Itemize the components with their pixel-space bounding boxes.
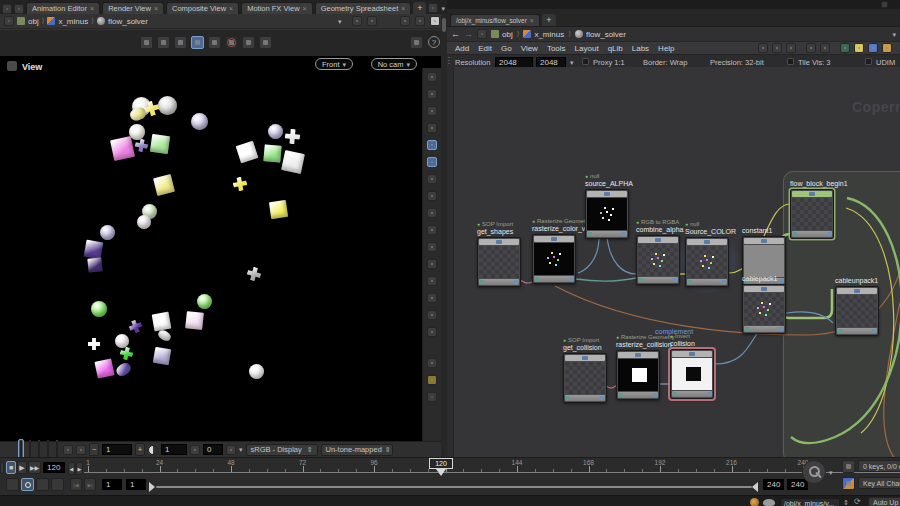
breadcrumb-x-minus[interactable]: x_minus [523,30,564,39]
viewport-tool-icon-5[interactable] [427,157,437,167]
marker-icon[interactable] [51,478,64,491]
tab-network-path[interactable]: /obj/x_minus/flow_solver× [450,14,540,26]
breadcrumb-obj[interactable]: obj [491,30,513,39]
viewport-tool-icon-11[interactable] [427,259,437,269]
viewport-tool-icon-12[interactable] [427,276,437,286]
channel-scope-icon[interactable] [842,460,855,473]
cook-status-icon[interactable] [750,498,759,506]
pane-type-icon[interactable] [4,16,14,26]
node-rasterize_collision[interactable]: Rasterize Geometryrasterize_collision [616,334,660,400]
color-palette-icon[interactable] [840,43,850,53]
range-end-button[interactable]: ▶| [84,478,96,491]
pane-options-caret-icon[interactable]: ▾ [441,5,445,12]
go-to-end-button[interactable]: ▶▶ [28,461,41,474]
pane-type-icon[interactable] [477,29,487,39]
path-updown-icon[interactable]: ⇕ [843,499,849,506]
udim-checkbox[interactable] [865,58,872,65]
snapshot-camera-icon[interactable] [400,16,410,26]
node-display-flag[interactable] [604,192,610,196]
timeline-ruler[interactable] [84,472,900,473]
close-icon[interactable]: × [303,5,307,12]
gamma-minus-button[interactable]: − [89,443,99,456]
snapshot-icon[interactable] [259,36,272,49]
node-tile[interactable] [532,234,576,284]
lut-icon[interactable] [226,445,236,455]
precision-label[interactable]: Precision: 32-bit [710,58,764,67]
menu-help[interactable]: Help [658,44,674,53]
view-tool-icon[interactable] [140,36,153,49]
sticky-note-icon[interactable] [854,43,864,53]
pane-corner-icon[interactable] [881,1,888,8]
pane-split-icon[interactable] [14,4,24,14]
pane-menu-icon[interactable] [2,4,12,14]
history-clock-icon[interactable] [367,16,377,26]
display-options-caret-icon[interactable]: ▾ [239,446,243,453]
maximize-pane-icon[interactable] [428,3,438,13]
grid-layout-icon[interactable] [806,43,816,53]
tab-geometry-spreadsheet[interactable]: Geometry Spreadsheet× [315,2,412,14]
playhead-frame-badge[interactable]: 120 [429,458,453,469]
node-get_shapes[interactable]: SOP Importget_shapes [477,221,521,287]
playhead-icon[interactable] [436,469,446,476]
gamma-field[interactable]: 1 [102,444,132,455]
range-end-field[interactable]: 240 [763,479,784,490]
node-flag-bar[interactable] [792,191,832,197]
view-direction-menu[interactable]: Front▾ [315,58,353,70]
node-display-flag[interactable] [854,289,860,293]
proxy-checkbox[interactable] [582,58,589,65]
wrench-icon[interactable] [758,43,768,53]
node-tile[interactable] [670,349,714,399]
lasso-select-icon[interactable] [208,36,221,49]
realtime-toggle-icon[interactable] [6,478,19,491]
breadcrumb-flow-solver[interactable]: flow_solver [575,30,626,39]
breadcrumb-flow-solver[interactable]: flow_solver [97,17,148,26]
node-flag-bar[interactable] [534,236,574,242]
node-cableunpack1[interactable]: cableunpack1 [835,270,879,336]
dopesheet-icon[interactable] [36,478,49,491]
reverse-play-button[interactable] [0,461,4,474]
node-flag-bar[interactable] [744,286,784,292]
node-tile[interactable] [616,350,660,400]
toolbar-swap-icon[interactable] [410,36,423,49]
prev-frame-button[interactable]: ◀ [68,462,75,475]
white-canvas-icon[interactable] [430,16,440,26]
menu-labs[interactable]: Labs [632,44,649,53]
zoom-reset-icon[interactable] [63,445,73,455]
node-tile[interactable] [636,235,680,285]
node-tile[interactable] [835,286,879,336]
translate-tool-icon[interactable] [174,36,187,49]
keyframe-mode-icon[interactable] [21,478,34,491]
tonemap-dropdown[interactable]: Un-tone-mapped⇕ [321,444,393,456]
resolution-y-field[interactable]: 2048 [536,57,566,68]
node-display-flag[interactable] [689,352,695,356]
viewport-tool-icon-0[interactable] [427,72,437,82]
close-icon[interactable]: × [154,5,158,12]
new-tab-button[interactable]: + [413,2,426,14]
tab-motion-fx-view[interactable]: Motion FX View× [241,2,312,14]
node-rasterize_color_v[interactable]: Rasterize Geometryrasterize_color_v [532,218,576,284]
breadcrumb-obj[interactable]: obj [17,17,39,26]
scrollbar-thumb[interactable] [442,18,446,32]
node-flow_block_begin1[interactable]: flow_block_begin1 [790,173,834,239]
viewport-tool-icon-10[interactable] [427,242,437,252]
current-frame-field[interactable]: 120 [43,462,65,473]
set-key-button[interactable] [802,460,826,484]
node-flag-bar[interactable] [479,239,519,245]
resolution-x-field[interactable]: 2048 [495,57,533,68]
viewport-tool-icon-15[interactable] [427,327,437,337]
node-display-flag[interactable] [809,192,815,196]
tab-animation-editor[interactable]: Animation Editor× [26,2,100,14]
node-display-flag[interactable] [635,353,641,357]
node-flag-bar[interactable] [565,355,605,361]
network-editor[interactable]: Copern SOP Importget_shapesRasterize G [447,67,900,457]
node-flag-bar[interactable] [744,238,784,244]
resolution-preset-caret-icon[interactable]: ▾ [570,59,574,66]
viewport-tool-icon-2[interactable] [427,106,437,116]
new-tab-button[interactable]: + [542,14,556,26]
tree-view-icon[interactable] [772,43,782,53]
node-tile[interactable] [742,284,786,334]
offset-field[interactable]: 0 [203,444,223,455]
grid-dark-icon[interactable] [427,392,437,402]
node-display-flag[interactable] [761,287,767,291]
layers-icon[interactable] [415,16,425,26]
